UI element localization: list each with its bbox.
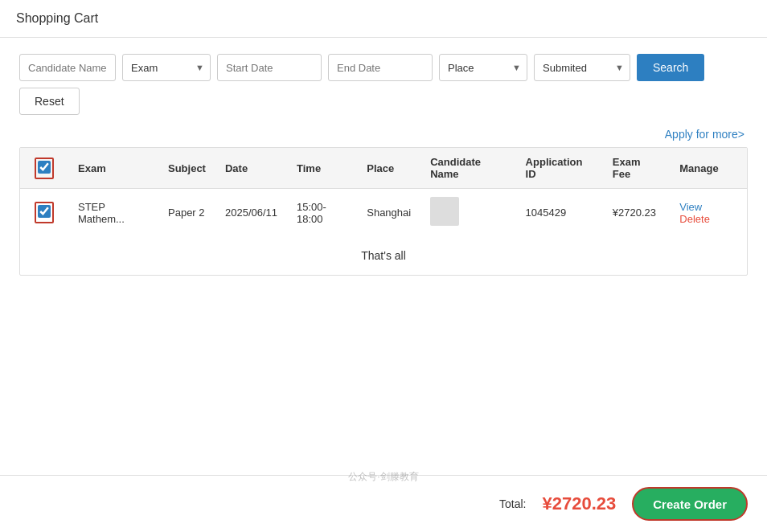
apply-more-row: Apply for more> — [19, 128, 748, 141]
exam-select-wrap: Exam STEP IELTS SAT ▼ — [122, 54, 211, 81]
exam-select[interactable]: Exam STEP IELTS SAT — [122, 54, 211, 81]
row-checkbox-wrap — [35, 202, 54, 223]
cart-table: Exam Subject Date Time Place Candidate N… — [20, 148, 747, 236]
row-exam: STEP Mathem... — [68, 189, 158, 237]
header-date: Date — [215, 148, 287, 189]
end-date-input[interactable] — [328, 54, 433, 81]
row-manage: View Delete — [670, 189, 747, 237]
view-link[interactable]: View — [679, 201, 702, 213]
page-header: Shopping Cart — [0, 0, 767, 38]
header-checkbox-col — [20, 148, 68, 189]
status-select-wrap: Submited Pending Completed Cancelled ▼ — [534, 54, 630, 81]
page-title: Shopping Cart — [16, 11, 751, 26]
footer-bar: Total: ¥2720.23 Create Order — [0, 475, 767, 532]
header-exam: Exam — [68, 148, 158, 189]
delete-link[interactable]: Delete — [679, 213, 710, 225]
row-place: Shanghai — [357, 189, 420, 237]
row-candidate-name — [420, 189, 515, 237]
candidate-avatar — [430, 197, 459, 226]
header-checkbox-wrap — [35, 158, 54, 179]
header-candidate-name: Candidate Name — [420, 148, 515, 189]
apply-more-link[interactable]: Apply for more> — [665, 128, 744, 141]
create-order-button[interactable]: Create Order — [632, 487, 748, 521]
place-select-wrap: Place Shanghai Beijing Guangzhou ▼ — [439, 54, 527, 81]
header-manage: Manage — [670, 148, 747, 189]
candidate-name-input[interactable] — [19, 54, 116, 81]
total-amount: ¥2720.23 — [543, 493, 617, 514]
header-subject: Subject — [158, 148, 215, 189]
start-date-input[interactable] — [217, 54, 322, 81]
filter-row: Exam STEP IELTS SAT ▼ Place Shanghai Bei… — [19, 54, 748, 115]
header-application-id: Application ID — [516, 148, 603, 189]
table-header-row: Exam Subject Date Time Place Candidate N… — [20, 148, 747, 189]
header-exam-fee: Exam Fee — [603, 148, 670, 189]
place-select[interactable]: Place Shanghai Beijing Guangzhou — [439, 54, 527, 81]
row-checkbox-cell — [20, 189, 68, 237]
row-time: 15:00-18:00 — [287, 189, 357, 237]
reset-button[interactable]: Reset — [19, 88, 80, 115]
row-exam-fee: ¥2720.23 — [603, 189, 670, 237]
search-button[interactable]: Search — [637, 54, 704, 81]
row-checkbox[interactable] — [38, 205, 51, 218]
header-place: Place — [357, 148, 420, 189]
status-select[interactable]: Submited Pending Completed Cancelled — [534, 54, 630, 81]
row-date: 2025/06/11 — [215, 189, 287, 237]
table-container: Exam Subject Date Time Place Candidate N… — [19, 147, 748, 276]
header-time: Time — [287, 148, 357, 189]
table-row: STEP Mathem... Paper 2 2025/06/11 15:00-… — [20, 189, 747, 237]
select-all-checkbox[interactable] — [38, 161, 51, 174]
table-footer-text: That's all — [20, 236, 747, 275]
main-content: Exam STEP IELTS SAT ▼ Place Shanghai Bei… — [0, 38, 767, 292]
row-subject: Paper 2 — [158, 189, 215, 237]
row-application-id: 1045429 — [516, 189, 603, 237]
total-label: Total: — [499, 497, 526, 510]
